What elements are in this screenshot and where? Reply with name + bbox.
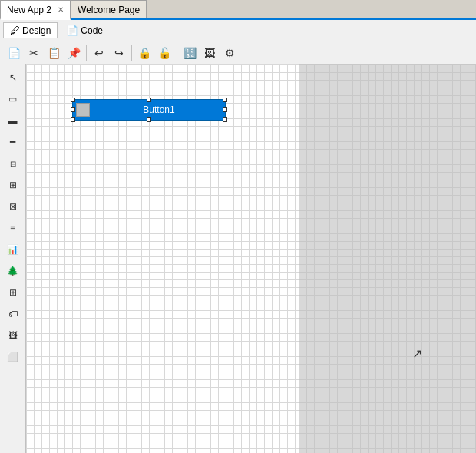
cut-button[interactable]: ✂ bbox=[25, 44, 43, 62]
handle-tl[interactable] bbox=[71, 98, 75, 102]
new-button[interactable]: 📄 bbox=[5, 44, 23, 62]
left-toolbar: ↖ ▭ ▬ ━ ⊟ ⊞ ⊠ ≡ 📊 🌲 ⊞ 🏷 🖼 ⬜ bbox=[0, 64, 26, 453]
tab-new-app-2[interactable]: New App 2 ✕ bbox=[0, 0, 71, 20]
handle-tr[interactable] bbox=[223, 98, 227, 102]
separator-1 bbox=[86, 45, 87, 61]
redo-icon: ↪ bbox=[114, 47, 124, 59]
handle-br[interactable] bbox=[223, 117, 227, 122]
design-mode-button[interactable]: 🖊 Design bbox=[3, 22, 58, 38]
tool-chart[interactable]: 📊 bbox=[3, 240, 23, 260]
tool-tab[interactable]: ⊟ bbox=[3, 154, 23, 174]
copy-icon: 📋 bbox=[48, 47, 61, 59]
tool-image[interactable]: 🖼 bbox=[3, 326, 23, 346]
button-icon bbox=[76, 103, 90, 117]
handle-tm[interactable] bbox=[147, 98, 151, 102]
undo-button[interactable]: ↩ bbox=[90, 44, 108, 62]
mode-bar: 🖊 Design 📄 Code bbox=[0, 20, 476, 41]
cut-icon: ✂ bbox=[29, 47, 38, 59]
main-layout: ↖ ▭ ▬ ━ ⊟ ⊞ ⊠ ≡ 📊 🌲 ⊞ 🏷 🖼 ⬜ Button1 bbox=[0, 64, 476, 453]
handle-ml[interactable] bbox=[71, 107, 75, 112]
tool-panel[interactable]: ▬ bbox=[3, 111, 23, 131]
separator-3 bbox=[177, 45, 177, 61]
design-canvas[interactable]: Button1 bbox=[26, 64, 299, 453]
tool-frame[interactable]: ⬜ bbox=[3, 347, 23, 367]
copy-button[interactable]: 📋 bbox=[45, 44, 63, 62]
right-panel: ↗ bbox=[299, 64, 476, 453]
new-icon: 📄 bbox=[8, 47, 21, 59]
canvas-area: Button1 ↗ bbox=[26, 64, 476, 453]
tool-list[interactable]: ≡ bbox=[3, 218, 23, 238]
tool-tree[interactable]: 🌲 bbox=[3, 261, 23, 281]
tab-bar: New App 2 ✕ Welcome Page bbox=[0, 0, 476, 20]
cursor-indicator: ↗ bbox=[412, 346, 422, 361]
tool-pointer[interactable]: ↖ bbox=[3, 68, 23, 88]
design-label: Design bbox=[22, 25, 51, 36]
image-button[interactable]: 🖼 bbox=[200, 44, 219, 62]
handle-mr[interactable] bbox=[223, 107, 227, 112]
settings-button[interactable]: ⚙ bbox=[220, 44, 239, 62]
lock-icon: 🔒 bbox=[138, 47, 151, 59]
image-icon: 🖼 bbox=[204, 47, 215, 59]
code-label: Code bbox=[81, 25, 103, 36]
tool-label[interactable]: 🏷 bbox=[3, 304, 23, 324]
paste-icon: 📌 bbox=[68, 47, 81, 59]
button-label: Button1 bbox=[93, 104, 225, 115]
paste-button[interactable]: 📌 bbox=[64, 44, 83, 62]
unlock-icon: 🔓 bbox=[158, 47, 171, 59]
tab-label: Welcome Page bbox=[78, 5, 140, 15]
tool-splitter[interactable]: ⊠ bbox=[3, 197, 23, 217]
separator-2 bbox=[131, 45, 132, 61]
tool-group[interactable]: ⊞ bbox=[3, 175, 23, 195]
design-icon: 🖊 bbox=[10, 25, 20, 36]
lock-button[interactable]: 🔒 bbox=[135, 44, 154, 62]
tool-ruler[interactable]: ━ bbox=[3, 132, 23, 152]
counter-button[interactable]: 🔢 bbox=[180, 44, 199, 62]
code-icon: 📄 bbox=[66, 25, 78, 36]
undo-icon: ↩ bbox=[94, 47, 104, 59]
canvas-button1[interactable]: Button1 bbox=[72, 99, 226, 121]
code-mode-button[interactable]: 📄 Code bbox=[59, 22, 110, 38]
tab-label: New App 2 bbox=[7, 5, 51, 15]
handle-bm[interactable] bbox=[147, 117, 151, 122]
close-icon[interactable]: ✕ bbox=[58, 5, 64, 14]
settings-icon: ⚙ bbox=[225, 47, 235, 59]
tool-form[interactable]: ▭ bbox=[3, 89, 23, 109]
tool-grid[interactable]: ⊞ bbox=[3, 283, 23, 303]
tab-welcome-page[interactable]: Welcome Page bbox=[71, 0, 147, 18]
action-bar: 📄 ✂ 📋 📌 ↩ ↪ 🔒 🔓 🔢 🖼 ⚙ bbox=[0, 41, 476, 64]
handle-bl[interactable] bbox=[71, 117, 75, 122]
redo-button[interactable]: ↪ bbox=[110, 44, 128, 62]
counter-icon: 🔢 bbox=[183, 47, 197, 59]
unlock-button[interactable]: 🔓 bbox=[155, 44, 174, 62]
